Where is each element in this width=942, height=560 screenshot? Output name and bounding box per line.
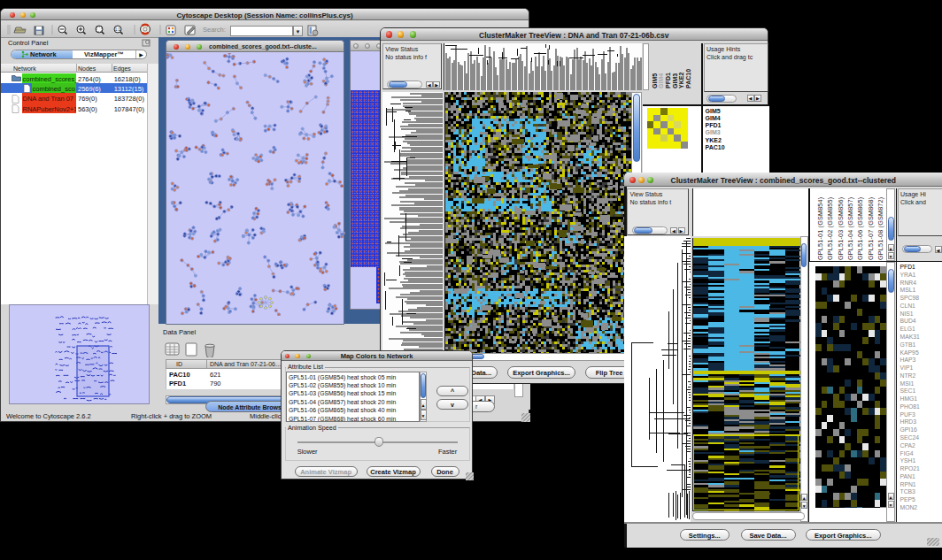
- svg-text:PAC10: PAC10: [685, 69, 691, 88]
- svg-text:GIM5: GIM5: [651, 73, 657, 88]
- svg-text:GPL51-03 (GSM856): GPL51-03 (GSM856): [837, 196, 845, 259]
- svg-text:GPL51-04 (GSM857): GPL51-04 (GSM857): [846, 196, 854, 259]
- svg-text:GIM3: GIM3: [671, 73, 677, 88]
- svg-text:1:1: 1:1: [115, 27, 121, 32]
- svg-text:GPL51-01 (GSM854): GPL51-01 (GSM854): [816, 196, 824, 259]
- svg-text:YKE2: YKE2: [678, 73, 684, 88]
- svg-text:GIM4: GIM4: [658, 73, 664, 88]
- svg-text:PFD1: PFD1: [664, 73, 670, 88]
- svg-text:GPL51-06 (GSM865): GPL51-06 (GSM865): [856, 196, 864, 259]
- svg-text:Search:: Search:: [203, 26, 226, 34]
- svg-text:GPL51-08 (GSM872): GPL51-08 (GSM872): [876, 196, 884, 259]
- svg-text:GPL51-02 (GSM855): GPL51-02 (GSM855): [826, 196, 834, 259]
- svg-text:GPL51-07 (GSM868): GPL51-07 (GSM868): [867, 196, 875, 259]
